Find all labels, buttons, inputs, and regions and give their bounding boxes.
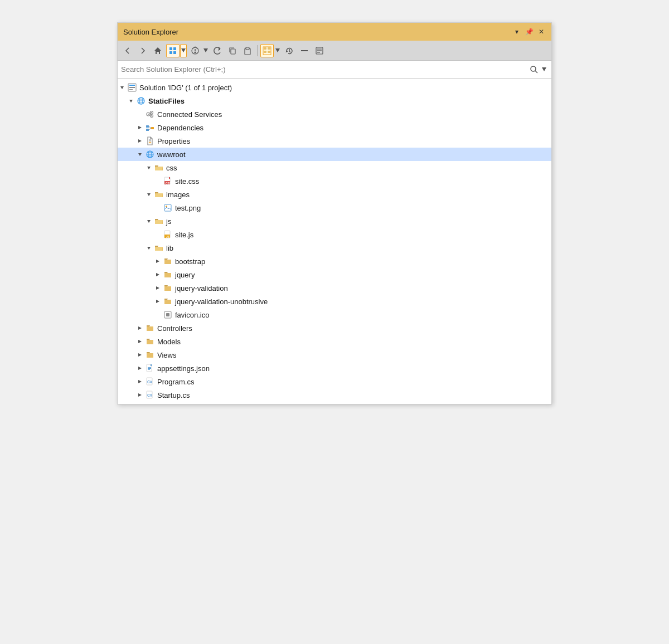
show-all-btn[interactable] — [260, 44, 274, 57]
label-connected-services: Connected Services — [157, 110, 222, 119]
toolbar-separator-1 — [257, 45, 258, 56]
svg-rect-12 — [268, 47, 270, 50]
tree-item-site-css[interactable]: CSS site.css — [118, 174, 551, 188]
connected-icon-connected-services — [144, 109, 156, 120]
expander-views-folder[interactable] — [135, 350, 144, 359]
expander-appsettings-json[interactable] — [135, 364, 144, 373]
tree-item-views-folder[interactable]: Views — [118, 348, 551, 362]
home-btn[interactable] — [151, 44, 164, 57]
tree-item-favicon-ico[interactable]: favicon.ico — [118, 308, 551, 321]
pending-changes-btn[interactable] — [188, 44, 202, 57]
svg-rect-3 — [173, 51, 176, 54]
switch-views-dropdown-btn[interactable] — [180, 44, 187, 57]
expander-controllers-folder[interactable] — [135, 324, 144, 333]
svg-rect-74 — [164, 273, 171, 277]
svg-marker-87 — [138, 367, 142, 370]
search-icon-btn[interactable] — [528, 64, 540, 76]
tree-item-wwwroot[interactable]: wwwroot — [118, 148, 551, 161]
expander-jquery-validation-unobtrusive-folder[interactable] — [153, 297, 162, 306]
svg-rect-76 — [164, 286, 171, 291]
expander-staticfiles[interactable] — [127, 96, 135, 105]
expander-dependencies[interactable] — [135, 123, 144, 132]
search-input[interactable] — [121, 65, 528, 74]
pending-changes-group — [188, 44, 209, 57]
tree-item-models-folder[interactable]: Models — [118, 335, 551, 348]
svg-marker-66 — [147, 220, 151, 223]
tree-item-images-folder[interactable]: images — [118, 188, 551, 201]
props-btn[interactable] — [313, 44, 326, 57]
switch-views-group — [166, 44, 187, 57]
tree-item-css-folder[interactable]: css — [118, 161, 551, 174]
tree-item-js-folder[interactable]: js — [118, 214, 551, 228]
expander-site-js — [153, 230, 162, 239]
dropdown-arrow-btn[interactable]: ▾ — [512, 27, 521, 36]
pending-changes-dropdown-btn[interactable] — [202, 44, 209, 57]
expander-jquery-folder[interactable] — [153, 270, 162, 279]
tree-item-appsettings-json[interactable]: appsettings.json — [118, 362, 551, 375]
tree-item-test-png[interactable]: test.png — [118, 201, 551, 214]
folder-open-icon-images-folder — [153, 189, 164, 200]
tree-item-jquery-validation-unobtrusive-folder[interactable]: jquery-validation-unobtrusive — [118, 295, 551, 308]
svg-rect-72 — [164, 260, 171, 264]
close-btn[interactable]: ✕ — [537, 27, 546, 36]
expander-test-png — [153, 203, 162, 212]
svg-rect-11 — [264, 47, 266, 50]
tree-item-staticfiles[interactable]: StaticFiles — [118, 94, 551, 108]
svg-marker-85 — [138, 353, 142, 357]
sync-btn[interactable] — [211, 44, 224, 57]
switch-views-btn[interactable] — [166, 44, 180, 57]
tree-item-lib-folder[interactable]: lib — [118, 241, 551, 255]
label-staticfiles: StaticFiles — [148, 97, 185, 105]
svg-marker-71 — [156, 260, 159, 263]
tree-item-site-js[interactable]: JS site.js — [118, 228, 551, 241]
back-btn[interactable] — [121, 44, 134, 57]
show-all-dropdown-btn[interactable] — [274, 44, 281, 57]
expander-css-folder[interactable] — [144, 163, 153, 172]
svg-rect-64 — [164, 204, 171, 211]
expander-images-folder[interactable] — [144, 190, 153, 199]
tree-item-properties[interactable]: Properties — [118, 134, 551, 148]
label-js-folder: js — [166, 217, 171, 226]
js-file-icon-site-js: JS — [162, 229, 173, 240]
tree-item-dependencies[interactable]: Dependencies — [118, 121, 551, 134]
globe-icon-staticfiles — [135, 95, 147, 106]
expander-jquery-validation-folder[interactable] — [153, 284, 162, 292]
tree-item-jquery-folder[interactable]: jquery — [118, 268, 551, 281]
svg-rect-45 — [146, 125, 149, 128]
label-views-folder: Views — [157, 351, 176, 359]
tree-item-bootstrap-folder[interactable]: bootstrap — [118, 255, 551, 268]
tree-item-jquery-validation-folder[interactable]: jquery-validation — [118, 281, 551, 295]
props-icon-properties — [144, 135, 156, 147]
csharp-file-icon-startup-cs: C# — [144, 389, 156, 401]
expander-bootstrap-folder[interactable] — [153, 257, 162, 266]
svg-rect-2 — [169, 51, 172, 54]
expander-solution[interactable] — [118, 83, 127, 92]
svg-text:CSS: CSS — [166, 182, 172, 185]
folder-open-icon-css-folder — [153, 162, 164, 173]
expander-wwwroot[interactable] — [135, 150, 144, 159]
paste-btn[interactable] — [241, 44, 254, 57]
expander-startup-cs[interactable] — [135, 391, 144, 399]
expander-program-cs[interactable] — [135, 377, 144, 386]
solution-explorer-window: Solution Explorer ▾ 📌 ✕ — [117, 22, 552, 404]
copy-btn[interactable] — [226, 44, 239, 57]
tree-item-controllers-folder[interactable]: Controllers — [118, 321, 551, 335]
tree-item-startup-cs[interactable]: C# Startup.cs — [118, 388, 551, 402]
svg-rect-90 — [148, 368, 151, 369]
expander-models-folder[interactable] — [135, 337, 144, 346]
expander-properties[interactable] — [135, 136, 144, 145]
pin-btn[interactable]: 📌 — [525, 27, 534, 36]
expander-lib-folder[interactable] — [144, 243, 153, 252]
folder-icon-jquery-folder — [162, 269, 173, 280]
svg-marker-7 — [203, 48, 208, 52]
forward-btn[interactable] — [136, 44, 149, 57]
expander-js-folder[interactable] — [144, 217, 153, 226]
tree-item-connected-services[interactable]: Connected Services — [118, 108, 551, 121]
search-options-btn[interactable] — [540, 63, 548, 76]
refresh-btn[interactable] — [283, 44, 296, 57]
svg-marker-59 — [147, 167, 151, 169]
tree-item-program-cs[interactable]: C# Program.cs — [118, 375, 551, 388]
tree-item-solution[interactable]: Solution 'IDG' (1 of 1 project) — [118, 81, 551, 94]
collapse-btn[interactable] — [298, 44, 311, 57]
svg-marker-30 — [129, 100, 133, 103]
